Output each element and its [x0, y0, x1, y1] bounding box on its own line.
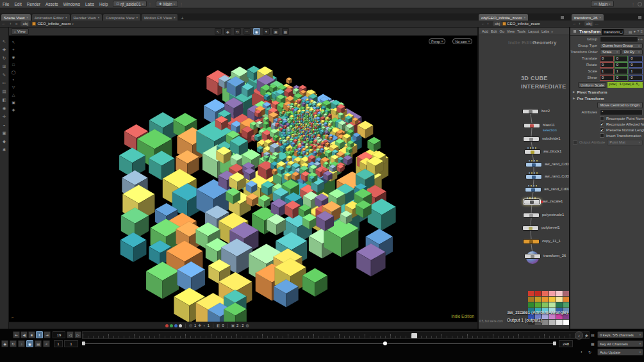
checkbox[interactable]	[600, 116, 604, 120]
menu-item[interactable]: Labs	[83, 2, 97, 6]
node-aw_zscale1[interactable]	[524, 199, 540, 204]
range-handle-right[interactable]	[553, 341, 556, 345]
menu-item[interactable]: Help	[97, 2, 110, 6]
audio-panel-button[interactable]: ♪	[575, 331, 583, 340]
palette-swatch[interactable]	[549, 314, 556, 319]
palette-swatch[interactable]	[549, 291, 556, 296]
star-tool-icon[interactable]: ✱	[3, 147, 6, 152]
node-path[interactable]: GEO_infinite_zoom	[37, 22, 70, 26]
desktop-selector[interactable]: ⊡ rjf_aside01▾	[113, 1, 147, 7]
translate-tool-icon[interactable]: ✚	[3, 47, 6, 52]
pause-button[interactable]: ‖	[36, 331, 43, 338]
palette-swatch[interactable]	[542, 291, 549, 296]
up-arrow-button[interactable]: ↑	[577, 22, 582, 26]
checkbox[interactable]	[600, 133, 604, 138]
group-field[interactable]	[600, 37, 638, 42]
normals-display-icon[interactable]: ✚	[198, 324, 201, 327]
palette-swatch[interactable]	[535, 291, 541, 296]
node-blast11[interactable]	[524, 123, 540, 128]
palette-swatch[interactable]	[528, 302, 534, 308]
params-pane-tab[interactable]: transform_26 ▾	[572, 14, 604, 21]
step-forward-button[interactable]: ▷	[74, 331, 81, 338]
up-arrow-button[interactable]: ↑	[8, 22, 13, 26]
edit-tool-icon[interactable]: ✎	[3, 72, 6, 77]
shear-field[interactable]: 0	[615, 75, 629, 81]
palette-swatch[interactable]	[542, 320, 549, 325]
cube-cluster-render[interactable]	[9, 36, 477, 322]
snapshot-icon[interactable]: ⌐	[12, 315, 14, 319]
global-start-field[interactable]: 1	[54, 340, 63, 347]
auto-update-dropdown[interactable]: Auto Update▾	[597, 349, 643, 356]
palette-swatch[interactable]	[563, 314, 569, 319]
dopesheet-toggle[interactable]: ▤	[35, 340, 42, 347]
perspective-selector[interactable]: Persp▾	[429, 38, 445, 44]
node-polybevel1[interactable]	[522, 226, 539, 231]
view-menu-button[interactable]: ≡ View	[11, 28, 29, 35]
xform-order-dropdown[interactable]: Scale⇕	[600, 49, 621, 55]
camera-selector[interactable]: No cam▾	[452, 38, 472, 44]
current-frame-field[interactable]: 19	[53, 331, 65, 338]
playhead-marker[interactable]	[411, 333, 417, 338]
scene-viewport[interactable]: ↖⌖✱□◯◐▽△▣✚ Persp▾ No cam▾ Indie Edition …	[9, 36, 477, 322]
help-icon[interactable]: ?	[637, 29, 639, 34]
view-up-icon[interactable]: △	[10, 92, 17, 97]
box-tool-icon[interactable]: ▣	[2, 131, 6, 135]
keyframe-toggle[interactable]: ◆	[1, 340, 8, 347]
pre-transform-section[interactable]: ▶ Pre-Transform	[570, 95, 644, 101]
pixel-ratio[interactable]: 2 : 2	[236, 324, 244, 327]
up-arrow-button[interactable]: ↑	[485, 22, 491, 26]
range-end-field[interactable]: 248	[559, 340, 573, 347]
network-pane-tab[interactable]: obj/GEO_infinite_zoom ▾	[479, 14, 528, 21]
palette-swatch[interactable]	[563, 320, 569, 325]
move-mode-icon[interactable]: ◆	[224, 28, 231, 35]
view-select-icon[interactable]: ↖	[10, 40, 17, 44]
menu-item[interactable]: Assets	[43, 2, 61, 6]
view-circle-icon[interactable]: ◯	[10, 70, 17, 74]
view-target-icon[interactable]: ⌖	[10, 47, 17, 52]
palette-swatch[interactable]	[556, 302, 563, 308]
network-menu-item[interactable]: Edit	[490, 29, 499, 33]
network-menu-item[interactable]: View	[506, 29, 516, 33]
view-brush-icon[interactable]: ✱	[10, 55, 17, 60]
palette-swatch[interactable]	[563, 291, 569, 296]
network-menu-item[interactable]: Labs	[540, 29, 550, 33]
right-main-button[interactable]: ▭ Main▾	[591, 1, 614, 7]
context-chip[interactable]: obj	[584, 21, 593, 26]
layout-tool-icon[interactable]: ▤	[2, 89, 6, 94]
rotate-field[interactable]: 0	[615, 62, 629, 68]
resolution-icon[interactable]: ▣	[231, 324, 235, 327]
scale-field[interactable]: 1	[629, 69, 643, 74]
palette-swatch[interactable]	[535, 297, 541, 302]
output-attribute-dropdown[interactable]: Point Mat▾	[607, 140, 643, 145]
node-copy_11_1[interactable]	[523, 239, 540, 244]
translate-field[interactable]: 0	[615, 56, 629, 62]
presets-icon[interactable]: ▤	[629, 29, 632, 34]
magnifier-icon[interactable]: ◍	[245, 324, 249, 327]
keys-channels-dropdown[interactable]: 0 keys, 5/5 channels▾	[597, 331, 643, 338]
palette-swatch[interactable]	[549, 302, 556, 308]
display-dot[interactable]	[174, 324, 178, 327]
network-menu-item[interactable]: Go	[499, 29, 506, 33]
add-tab-button[interactable]: +	[179, 16, 185, 21]
scale-tool-icon[interactable]: ⊞	[3, 64, 6, 69]
jump-end-button[interactable]: ⇥	[44, 331, 51, 338]
shade-mode-icon[interactable]: ▣	[272, 28, 279, 35]
loop-toggle[interactable]: ↻	[10, 340, 17, 347]
refresh-icon[interactable]: ↻	[588, 350, 591, 354]
network-menu-item[interactable]: Layout	[527, 29, 540, 33]
Animation Editor[interactable]: Animation Editor▾	[32, 14, 70, 21]
half-display-icon[interactable]: ◐	[203, 324, 206, 327]
node-subdivide1[interactable]	[523, 136, 540, 142]
rotate-field[interactable]: 0	[600, 62, 614, 68]
palette-swatch[interactable]	[542, 302, 549, 308]
palette-swatch[interactable]	[542, 297, 549, 302]
rotate-tool-icon[interactable]: ↻	[3, 56, 6, 60]
sphere-tool-icon[interactable]: ◒	[3, 122, 6, 127]
palette-swatch[interactable]	[563, 302, 569, 308]
range-start-field[interactable]: 1	[64, 340, 78, 347]
checkbox[interactable]: ✔	[600, 128, 604, 132]
scale-field[interactable]: 1	[600, 69, 614, 74]
view-box-icon[interactable]: □	[10, 63, 17, 67]
palette-swatch[interactable]	[549, 320, 556, 325]
view-square-icon[interactable]: ▣	[10, 100, 17, 104]
